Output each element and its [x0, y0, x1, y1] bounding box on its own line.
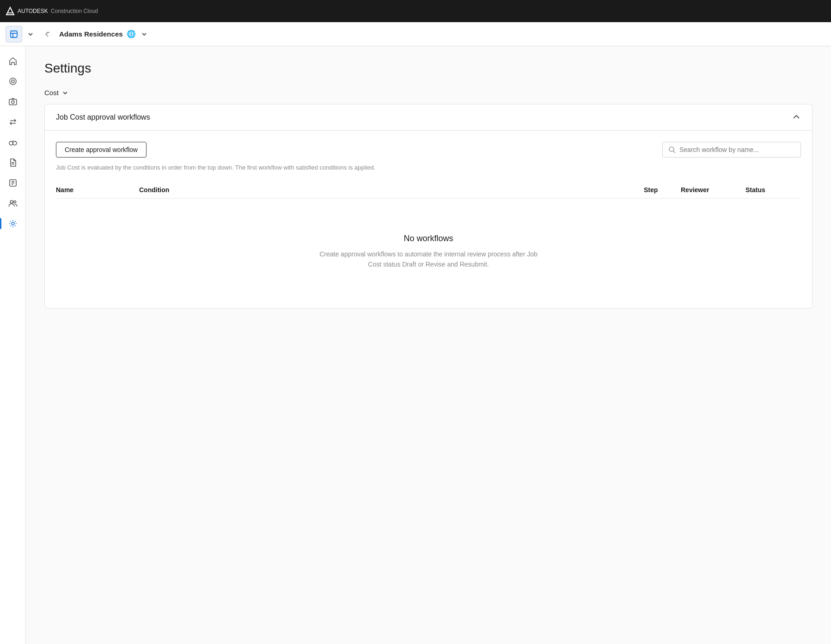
project-dropdown-chevron[interactable] — [140, 30, 149, 39]
cost-label: Cost — [44, 89, 59, 97]
svg-point-18 — [13, 201, 16, 203]
card-header[interactable]: Job Cost approval workflows — [45, 104, 812, 131]
svg-point-17 — [10, 200, 13, 203]
col-condition: Condition — [139, 186, 644, 194]
sidebar-item-checklist[interactable] — [4, 174, 22, 192]
col-name: Name — [56, 186, 139, 194]
approval-workflows-card: Job Cost approval workflows Create appro… — [44, 104, 813, 309]
svg-rect-7 — [9, 99, 17, 105]
sidebar-item-video[interactable] — [4, 72, 22, 91]
empty-state-title: No workflows — [65, 234, 792, 243]
search-box[interactable] — [662, 142, 801, 158]
sidebar — [0, 46, 26, 644]
autodesk-logo: AUTODESK Construction Cloud — [6, 6, 98, 16]
svg-point-20 — [669, 147, 674, 152]
col-reviewer: Reviewer — [681, 186, 745, 194]
cost-section-dropdown[interactable]: Cost — [44, 89, 813, 97]
sidebar-item-binoculars[interactable] — [4, 133, 22, 152]
col-step: Step — [644, 186, 681, 194]
search-input[interactable] — [679, 146, 795, 153]
navbar: Adams Residences 🌐 — [0, 22, 831, 46]
card-body: Create approval workflow Job Cost is eva… — [45, 131, 812, 308]
svg-line-21 — [673, 151, 675, 153]
svg-marker-0 — [6, 7, 14, 15]
main-content: Settings Cost Job Cost approval workflow… — [26, 46, 831, 644]
topbar: AUTODESK Construction Cloud — [0, 0, 831, 22]
page-title: Settings — [44, 61, 813, 76]
col-status: Status — [745, 186, 801, 194]
sidebar-item-team[interactable] — [4, 194, 22, 213]
toolbar-row: Create approval workflow — [56, 142, 801, 158]
collapse-icon — [792, 113, 801, 122]
table-header: Name Condition Step Reviewer Status — [56, 182, 801, 199]
sidebar-item-home[interactable] — [4, 52, 22, 70]
globe-icon: 🌐 — [127, 30, 136, 38]
main-layout: Settings Cost Job Cost approval workflow… — [0, 46, 831, 644]
sidebar-item-settings[interactable] — [4, 214, 22, 233]
search-icon — [668, 146, 676, 153]
svg-point-8 — [12, 101, 14, 103]
svg-point-6 — [12, 80, 14, 83]
create-workflow-button[interactable]: Create approval workflow — [56, 142, 147, 158]
empty-state-description: Create approval workflows to automate th… — [313, 249, 544, 270]
svg-point-9 — [9, 141, 13, 145]
sidebar-item-transfer[interactable] — [4, 113, 22, 131]
sidebar-item-camera[interactable] — [4, 92, 22, 111]
info-text: Job Cost is evaluated by the conditions … — [56, 163, 801, 172]
project-name: Adams Residences — [59, 30, 123, 38]
sidebar-item-document[interactable] — [4, 153, 22, 172]
svg-rect-2 — [11, 31, 17, 37]
back-button[interactable] — [39, 26, 55, 43]
card-title: Job Cost approval workflows — [56, 113, 150, 122]
nav-dropdown-chevron[interactable] — [26, 30, 35, 39]
product-name: Construction Cloud — [51, 8, 98, 14]
svg-point-19 — [12, 222, 14, 225]
cost-chevron-icon — [61, 89, 69, 97]
app-name: AUTODESK — [18, 8, 48, 14]
home-nav-button[interactable] — [6, 26, 22, 43]
svg-point-5 — [10, 78, 16, 85]
empty-state: No workflows Create approval workflows t… — [56, 206, 801, 298]
svg-point-10 — [13, 141, 17, 145]
